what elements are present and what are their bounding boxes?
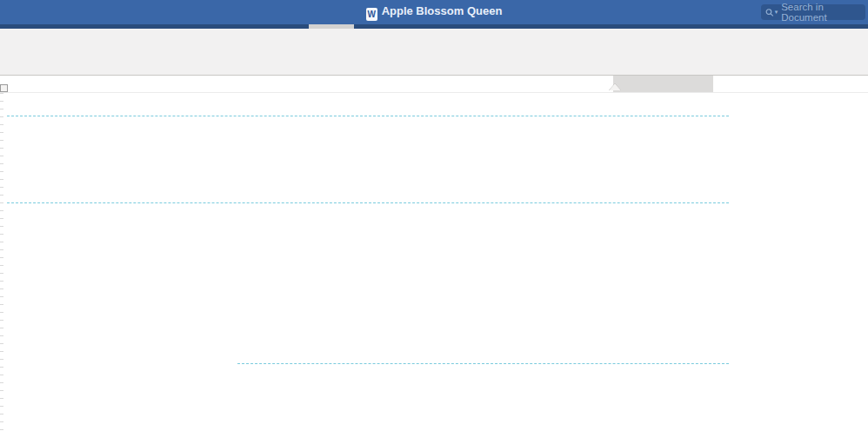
right-indent-marker[interactable]: [609, 83, 621, 90]
title-bar: WApple Blossom Queen ▾ Search in Documen…: [0, 0, 868, 24]
review-tab-active[interactable]: [309, 24, 354, 29]
search-scope-caret-icon[interactable]: ▾: [775, 9, 778, 16]
search-placeholder: Search in Document: [781, 2, 861, 23]
search-in-document[interactable]: ▾ Search in Document: [761, 4, 865, 20]
zoom-window-button[interactable]: [43, 7, 54, 17]
comment-anchor-line: [7, 116, 729, 116]
window-controls: [9, 7, 54, 17]
word-doc-icon: W: [366, 8, 377, 21]
document-title: Apple Blossom Queen: [382, 4, 503, 17]
document-canvas[interactable]: [0, 93, 868, 431]
window-title: WApple Blossom Queen: [0, 4, 868, 21]
horizontal-ruler: [0, 76, 868, 93]
ruler-right-margin-zone: [613, 76, 713, 93]
ribbon-tab-strip: [0, 24, 868, 29]
comment-anchor-line: [237, 363, 729, 364]
review-ribbon: [0, 29, 868, 76]
left-indent-marker[interactable]: [0, 84, 8, 92]
word-app-window: { "titlebar": { "title": "Apple Blossom …: [0, 0, 868, 431]
comment-anchor-line: [7, 202, 729, 203]
close-window-button[interactable]: [9, 7, 19, 17]
vertical-ruler: [0, 93, 3, 431]
search-icon: [765, 8, 774, 17]
minimize-window-button[interactable]: [26, 7, 37, 17]
